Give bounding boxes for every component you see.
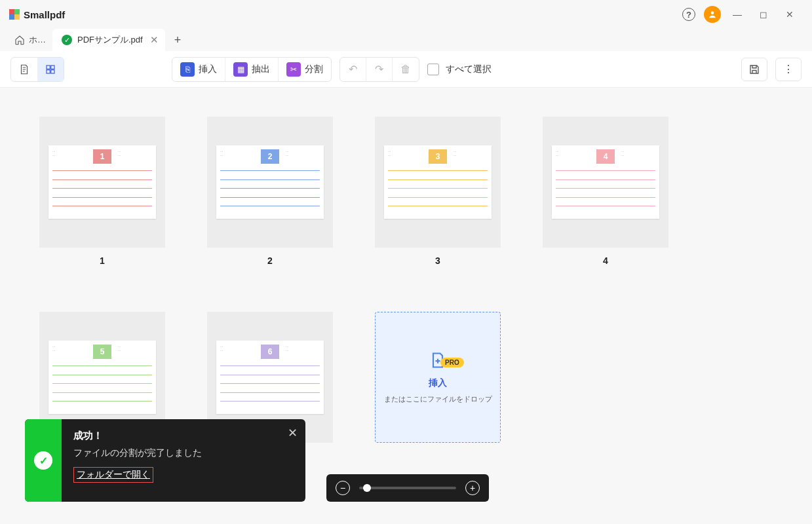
help-icon: ?	[682, 8, 695, 21]
tab-bar: ホ… ✓ PDFサンプル.pdf ✕ +	[0, 29, 812, 51]
home-icon	[14, 35, 25, 45]
calendar-preview: ······5······	[48, 341, 156, 414]
insert-label: 挿入	[199, 64, 217, 75]
help-button[interactable]: ?	[677, 3, 701, 26]
redo-button[interactable]: ↷	[366, 58, 393, 81]
check-icon: ✓	[62, 35, 72, 45]
tab-document-label: PDFサンプル.pdf	[77, 34, 143, 46]
zoom-slider[interactable]	[359, 487, 456, 489]
more-button[interactable]: ⋮	[775, 58, 802, 81]
split-label: 分割	[305, 64, 323, 75]
page-thumbnail[interactable]: ······3······ 3	[375, 117, 501, 266]
toast-message: ファイルの分割が完了しました	[73, 447, 294, 459]
view-toggle	[10, 57, 64, 82]
insert-dropzone[interactable]: PRO 挿入 またはここにファイルをドロップ	[375, 312, 501, 443]
checkbox-icon	[427, 64, 439, 75]
calendar-preview: ······1······	[48, 145, 156, 219]
dropzone-subtitle: またはここにファイルをドロップ	[384, 394, 492, 404]
page-number: 1	[100, 255, 105, 266]
calendar-preview: ······2······	[216, 145, 324, 219]
page-thumbnail[interactable]: ······1······ 1	[39, 117, 165, 266]
zoom-handle[interactable]	[363, 484, 371, 492]
avatar-icon	[704, 6, 721, 23]
undo-icon: ↶	[349, 63, 357, 75]
calendar-preview: ······6······	[216, 341, 324, 414]
toast-status-stripe: ✓	[25, 419, 62, 502]
svg-rect-3	[51, 69, 54, 73]
insert-dropzone-wrapper: PRO 挿入 またはここにファイルをドロップ	[375, 312, 501, 461]
page-number: 3	[435, 255, 440, 266]
grid-icon	[45, 64, 56, 75]
svg-rect-1	[51, 66, 54, 69]
tab-home-label: ホ…	[29, 34, 46, 46]
logo-mark-icon	[9, 9, 20, 20]
save-icon	[748, 64, 760, 75]
success-toast: ✓ 成功！ ファイルの分割が完了しました フォルダーで開く ✕	[25, 419, 305, 502]
tool-group: ⎘挿入 ▦抽出 ✂分割	[172, 57, 332, 82]
calendar-preview: ······3······	[384, 145, 492, 219]
zoom-in-button[interactable]: +	[465, 481, 480, 495]
page-thumbnail[interactable]: ······2······ 2	[207, 117, 333, 266]
extract-button[interactable]: ▦抽出	[225, 58, 279, 81]
history-group: ↶ ↷ 🗑	[339, 57, 419, 82]
app-name: Smallpdf	[24, 9, 65, 20]
view-grid-button[interactable]	[37, 58, 64, 81]
select-all[interactable]: すべて選択	[427, 64, 492, 75]
svg-rect-0	[47, 66, 50, 69]
split-icon: ✂	[286, 62, 301, 77]
window-minimize-button[interactable]: —	[724, 3, 750, 26]
trash-icon: 🗑	[400, 64, 411, 75]
new-tab-button[interactable]: +	[165, 33, 191, 47]
extract-icon: ▦	[233, 62, 248, 77]
account-button[interactable]	[701, 3, 724, 26]
dropzone-title: 挿入	[429, 377, 447, 389]
toast-close-button[interactable]: ✕	[288, 426, 298, 440]
select-all-label: すべて選択	[446, 64, 492, 75]
zoom-out-button[interactable]: −	[336, 481, 350, 495]
window-maximize-button[interactable]: ◻	[750, 3, 777, 26]
success-check-icon: ✓	[34, 451, 52, 470]
save-button[interactable]	[741, 58, 767, 81]
redo-icon: ↷	[375, 63, 383, 75]
page-number: 2	[267, 255, 273, 266]
page-icon	[18, 64, 30, 75]
app-logo: Smallpdf	[9, 9, 65, 20]
titlebar: Smallpdf ? — ◻ ✕	[0, 0, 812, 29]
tab-close-button[interactable]: ✕	[150, 34, 159, 46]
delete-button[interactable]: 🗑	[393, 58, 419, 81]
toast-title: 成功！	[73, 430, 294, 442]
zoom-bar: − +	[326, 474, 489, 502]
insert-icon: ⎘	[180, 62, 195, 77]
window-close-button[interactable]: ✕	[777, 3, 803, 26]
toolbar: ⎘挿入 ▦抽出 ✂分割 ↶ ↷ 🗑 すべて選択 ⋮	[0, 51, 812, 88]
page-thumbnail[interactable]: ······4······ 4	[543, 117, 668, 266]
undo-button[interactable]: ↶	[340, 58, 366, 81]
tab-document[interactable]: ✓ PDFサンプル.pdf ✕	[52, 29, 165, 51]
pro-badge: PRO	[440, 358, 464, 367]
tab-home[interactable]: ホ…	[8, 29, 52, 51]
view-single-button[interactable]	[11, 58, 37, 81]
more-icon: ⋮	[783, 63, 794, 75]
page-number: 4	[603, 255, 608, 266]
insert-button[interactable]: ⎘挿入	[172, 58, 225, 81]
split-button[interactable]: ✂分割	[279, 58, 331, 81]
extract-label: 抽出	[252, 64, 270, 75]
svg-rect-2	[47, 69, 50, 73]
calendar-preview: ······4······	[552, 145, 659, 219]
open-folder-link[interactable]: フォルダーで開く	[73, 467, 153, 483]
